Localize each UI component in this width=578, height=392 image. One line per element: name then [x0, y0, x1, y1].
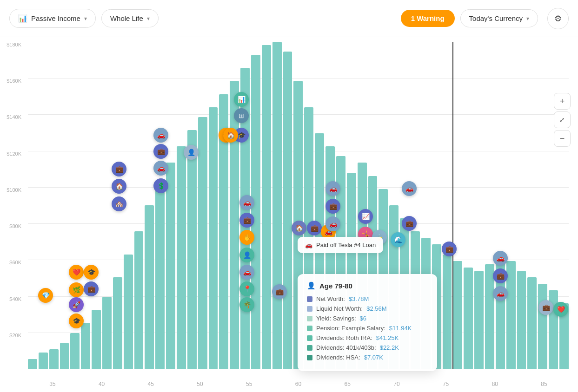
y-label-140k: $140K [0, 114, 24, 120]
icon-rent40[interactable]: 🏘️ [112, 196, 126, 211]
bar-0[interactable] [28, 359, 37, 369]
icon-heart[interactable]: ❤️ [69, 265, 84, 280]
bar-16[interactable] [198, 117, 207, 369]
icon-work40[interactable]: 💼 [112, 162, 126, 176]
icon-heart90[interactable]: ❤️ [553, 302, 568, 317]
icon-work58[interactable]: 💼 [272, 284, 287, 299]
bar-11[interactable] [145, 205, 154, 369]
bar-39[interactable] [443, 255, 452, 369]
icon-rocket[interactable]: 🚀 [69, 297, 84, 312]
icon-home63[interactable]: 🏠 [292, 221, 306, 235]
icon-car45[interactable]: 🚗 [153, 128, 168, 143]
whole-life-label: Whole Life [110, 14, 143, 22]
expand-button[interactable]: ⤢ [554, 111, 571, 128]
tooltip-row-0: Net Worth: $3.78M [307, 295, 428, 302]
bar-14[interactable] [177, 146, 186, 369]
y-label-180k: $180K [0, 42, 24, 47]
tooltip-label-5: Dividends: 401k/403b: [316, 344, 376, 351]
bar-15[interactable] [187, 130, 197, 369]
bar-1[interactable] [39, 353, 48, 369]
icon-palm53[interactable]: 🌴 [239, 297, 254, 312]
icon-work90[interactable]: 💼 [538, 300, 553, 315]
icon-person53[interactable]: 👤 [239, 248, 254, 262]
icon-car73[interactable]: 🚗 [402, 181, 417, 196]
icon-chart55[interactable]: 📊 [234, 92, 249, 107]
bar-6[interactable] [92, 310, 101, 369]
bar-24[interactable] [283, 52, 292, 369]
bar-7[interactable] [102, 297, 112, 369]
x-label-85: 85 [541, 381, 547, 387]
tooltip-row-4: Dividends: Roth IRA: $41.25K [307, 334, 428, 341]
bar-4[interactable] [70, 333, 80, 369]
icon-car65b[interactable]: 🚗 [326, 216, 340, 231]
bar-2[interactable] [49, 349, 59, 369]
icon-car65[interactable]: 🚗 [326, 181, 340, 196]
bar-13[interactable] [166, 163, 175, 369]
icon-work73[interactable]: 💼 [402, 216, 417, 231]
zoom-out-button[interactable]: − [554, 130, 571, 147]
whole-life-dropdown[interactable]: Whole Life ▾ [101, 9, 159, 27]
chevron-down-icon-2: ▾ [147, 15, 150, 22]
icon-car53b[interactable]: 🚗 [239, 265, 254, 280]
icon-hand53[interactable]: ✋ [239, 230, 254, 245]
bar-46[interactable] [517, 271, 526, 369]
currency-dropdown[interactable]: Today's Currency ▾ [460, 9, 538, 27]
icon-car85c[interactable]: 🚗 [493, 286, 508, 301]
x-label-60: 60 [295, 381, 301, 387]
y-label-20k: $20K [0, 333, 24, 338]
icon-grid55[interactable]: ⊞ [234, 108, 249, 123]
icon-car45b[interactable]: 🚗 [153, 161, 168, 176]
y-label-120k: $120K [0, 151, 24, 157]
bar-9[interactable] [124, 255, 133, 369]
chart-icon: 📊 [18, 14, 27, 23]
x-label-70: 70 [393, 381, 399, 387]
icon-leaf[interactable]: 🌿 [69, 282, 84, 297]
icon-pin53[interactable]: 📍 [239, 281, 254, 296]
bar-19[interactable] [230, 81, 239, 369]
bar-41[interactable] [464, 268, 473, 369]
chevron-down-icon-3: ▾ [526, 15, 529, 22]
bar-47[interactable] [527, 277, 537, 369]
bar-8[interactable] [113, 277, 122, 369]
icon-work85b[interactable]: 💼 [493, 268, 508, 283]
warning-button[interactable]: 1 Warning [401, 10, 455, 27]
bar-43[interactable] [485, 264, 494, 369]
bar-21[interactable] [251, 55, 260, 369]
icon-car53[interactable]: 🚗 [239, 195, 254, 210]
icon-work78[interactable]: 💼 [442, 242, 457, 256]
icon-work53[interactable]: 💼 [239, 213, 254, 228]
bar-3[interactable] [60, 343, 69, 369]
icon-briefcase[interactable]: 💼 [84, 281, 99, 296]
bar-22[interactable] [262, 45, 271, 369]
zoom-in-button[interactable]: + [554, 93, 571, 110]
icon-diamond[interactable]: 💎 [38, 288, 53, 303]
bar-23[interactable] [272, 42, 282, 369]
tooltip-age: Age 79-80 [319, 282, 352, 290]
bar-48[interactable] [538, 284, 547, 369]
icon-person48[interactable]: 👤 [184, 145, 199, 160]
tooltip-value-3: $11.94K [389, 325, 412, 332]
x-label-65: 65 [344, 381, 350, 387]
icon-work45[interactable]: 💼 [153, 144, 168, 159]
settings-button[interactable]: ⚙ [547, 8, 569, 29]
icon-wave78[interactable]: 🌊 [391, 232, 405, 247]
tooltip-value-0: $3.78M [349, 295, 369, 302]
icon-work63[interactable]: 💼 [307, 221, 322, 235]
passive-income-dropdown[interactable]: 📊 Passive Income ▾ [9, 9, 96, 28]
bar-5[interactable] [81, 323, 90, 369]
bar-42[interactable] [474, 271, 484, 369]
icon-graduation[interactable]: 🎓 [84, 265, 99, 280]
bar-10[interactable] [134, 231, 144, 369]
icon-dollar45[interactable]: 💲 [153, 178, 168, 193]
icon-work85[interactable]: 🚗 [493, 251, 508, 266]
tooltip-row-6: Dividends: HSA: $7.07K [307, 354, 428, 361]
icon-house55[interactable]: 🏠 [223, 128, 238, 143]
icon-grad2[interactable]: 🎓 [69, 314, 84, 328]
bar-17[interactable] [209, 107, 218, 369]
bar-12[interactable] [155, 183, 165, 369]
icon-chart70[interactable]: 📈 [358, 209, 373, 224]
icon-work65[interactable]: 💼 [326, 199, 340, 214]
icon-home40[interactable]: 🏠 [112, 179, 126, 194]
bar-40[interactable] [453, 261, 462, 369]
x-label-35: 35 [49, 381, 55, 387]
